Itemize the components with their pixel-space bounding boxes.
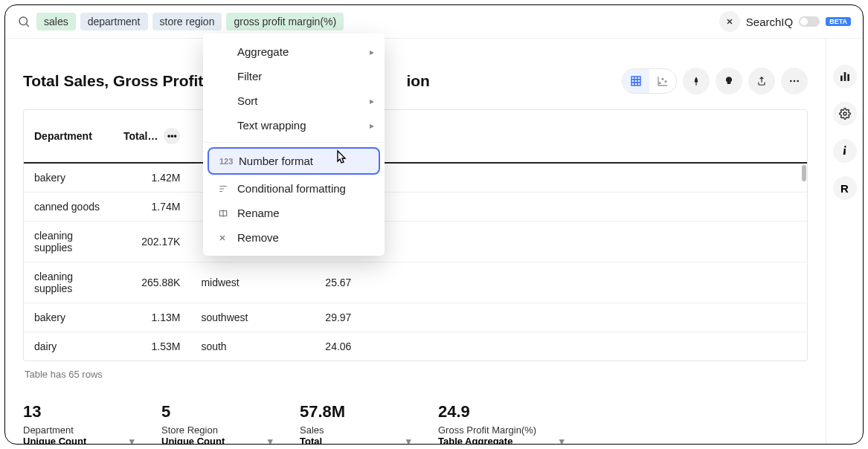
svg-rect-6	[847, 74, 849, 81]
summary-gross-profit[interactable]: 24.9 Gross Profit Margin(%) Table Aggreg…	[438, 402, 565, 445]
menu-text-wrapping[interactable]: Text wrapping ▸	[203, 113, 385, 138]
menu-number-format[interactable]: 123 Number format	[208, 147, 380, 175]
pill-sales[interactable]: sales	[36, 13, 76, 30]
svg-point-17	[665, 81, 666, 83]
insights-button[interactable]	[716, 68, 742, 94]
table-view-toggle[interactable]	[623, 69, 649, 93]
svg-point-0	[19, 17, 28, 25]
svg-point-21	[797, 80, 799, 83]
table-row[interactable]: bakery1.42M	[24, 163, 807, 193]
table-row[interactable]: cleaning supplies265.88Kmidwest25.67	[24, 262, 807, 303]
menu-aggregate[interactable]: Aggregate ▸	[203, 39, 385, 64]
searchiq-label: SearchIQ	[746, 16, 793, 28]
menu-sort[interactable]: Sort ▸	[203, 88, 385, 113]
conditional-format-icon	[218, 184, 237, 194]
main-content: Total Sales, Gross Profit Margin ion	[5, 38, 826, 444]
summary-store-region[interactable]: 5 Store Region Unique Count▾	[161, 402, 273, 445]
data-table: Department Total… ••• bakery1.42M	[23, 109, 808, 361]
svg-point-7	[843, 112, 846, 115]
chevron-right-icon: ▸	[370, 96, 374, 106]
remove-icon	[218, 233, 237, 242]
svg-point-20	[794, 80, 796, 83]
searchiq-toggle[interactable]	[799, 16, 820, 27]
clear-search-button[interactable]	[719, 11, 740, 32]
chevron-right-icon: ▸	[370, 47, 374, 57]
rail-info-icon[interactable]: i	[833, 139, 857, 163]
chevron-down-icon: ▾	[268, 436, 273, 445]
svg-rect-4	[840, 76, 843, 81]
svg-rect-5	[843, 72, 846, 81]
viz-toolbar	[622, 68, 808, 94]
chevron-right-icon: ▸	[370, 120, 374, 131]
menu-rename[interactable]: Rename	[203, 201, 385, 225]
right-rail: i R	[826, 38, 863, 444]
svg-point-16	[662, 78, 663, 80]
table-row-count: Table has 65 rows	[5, 361, 826, 380]
summary-row: 13 Department Unique Count▾ 5 Store Regi…	[5, 380, 826, 445]
pill-gross-profit-margin[interactable]: gross profit margin(%)	[226, 13, 344, 30]
table-row[interactable]: bakery1.13Msouthwest29.97	[24, 303, 807, 332]
summary-department[interactable]: 13 Department Unique Count▾	[23, 402, 135, 445]
table-body: bakery1.42M canned goods1.74M cleaning s…	[24, 163, 807, 361]
svg-rect-10	[631, 77, 640, 85]
svg-point-15	[659, 83, 660, 84]
rail-chart-icon[interactable]	[833, 65, 857, 88]
svg-line-1	[26, 24, 28, 26]
column-more-icon[interactable]: •••	[164, 128, 180, 144]
pill-store-region[interactable]: store region	[152, 13, 222, 30]
table-row[interactable]: dairy1.53Msouth24.06	[24, 332, 807, 361]
more-menu-button[interactable]	[781, 68, 808, 94]
rail-r-icon[interactable]: R	[833, 176, 857, 200]
summary-sales[interactable]: 57.8M Sales Total▾	[300, 402, 411, 445]
chevron-down-icon: ▾	[559, 436, 565, 445]
search-icon	[17, 15, 30, 28]
pill-department[interactable]: department	[80, 13, 148, 30]
menu-conditional-formatting[interactable]: Conditional formatting	[203, 176, 385, 201]
menu-remove[interactable]: Remove	[203, 225, 385, 250]
view-toggle	[622, 68, 677, 94]
search-pills: sales department store region gross prof…	[36, 13, 713, 30]
chevron-down-icon: ▾	[129, 436, 135, 445]
svg-point-19	[790, 80, 792, 83]
table-row[interactable]: canned goods1.74M	[24, 193, 807, 222]
chevron-down-icon: ▾	[406, 436, 411, 445]
col-department[interactable]: Department	[24, 110, 113, 163]
scrollbar-thumb[interactable]	[802, 165, 806, 181]
beta-badge: BETA	[826, 17, 851, 26]
search-bar: sales department store region gross prof…	[5, 5, 863, 39]
number-icon: 123	[219, 157, 239, 166]
rail-settings-icon[interactable]	[833, 102, 857, 126]
share-button[interactable]	[748, 68, 775, 94]
table-row[interactable]: cleaning supplies202.17K	[24, 222, 807, 262]
pin-button[interactable]	[683, 68, 710, 94]
rename-icon	[218, 208, 237, 219]
chart-view-toggle[interactable]	[649, 69, 676, 93]
column-context-menu: Aggregate ▸ Filter Sort ▸ Text wrapping …	[203, 33, 385, 256]
menu-filter[interactable]: Filter	[203, 64, 385, 88]
col-total[interactable]: Total… •••	[113, 110, 190, 163]
